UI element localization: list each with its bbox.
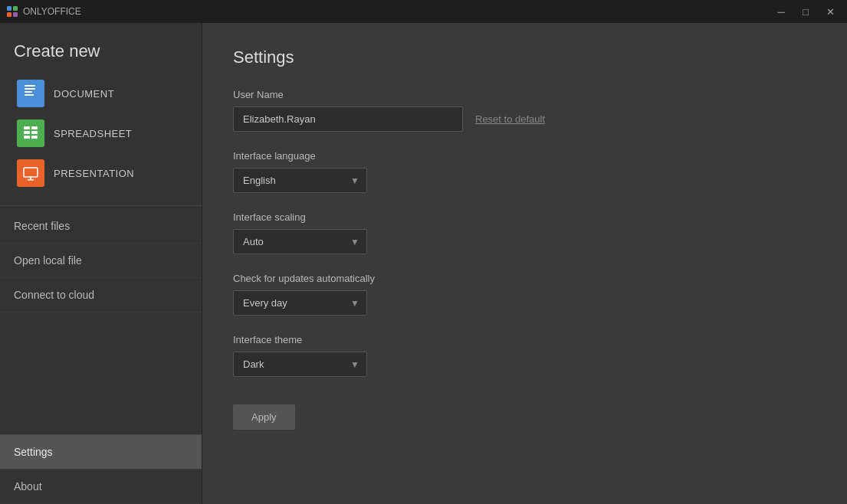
sidebar-item-about[interactable]: About [0, 470, 202, 504]
svg-rect-14 [24, 168, 38, 177]
svg-rect-5 [25, 88, 35, 90]
interface-scaling-select-wrapper: Auto 75% 100% 125% 150% 175% 200% ▼ [233, 229, 367, 254]
interface-language-label: Interface language [233, 150, 816, 162]
svg-rect-11 [31, 131, 38, 134]
spreadsheet-label: SPREADSHEET [54, 128, 132, 139]
interface-language-select-wrapper: English French German Spanish Russian ▼ [233, 168, 367, 193]
spreadsheet-icon [17, 119, 44, 147]
maximize-button[interactable]: □ [795, 3, 816, 20]
sidebar-item-settings[interactable]: Settings [0, 435, 202, 470]
svg-rect-10 [24, 131, 30, 134]
main-content: Settings User Name Reset to default Inte… [202, 23, 847, 504]
sidebar-item-recent-files[interactable]: Recent files [0, 209, 202, 244]
interface-scaling-group: Interface scaling Auto 75% 100% 125% 150… [233, 211, 816, 254]
svg-rect-15 [30, 177, 31, 179]
document-label: DOCUMENT [54, 88, 114, 100]
presentation-label: PRESENTATION [54, 168, 134, 179]
user-name-input[interactable] [233, 106, 463, 132]
apply-button[interactable]: Apply [233, 404, 295, 430]
sidebar-create-section: Create new DOCUMENT [0, 23, 202, 202]
settings-title: Settings [233, 47, 816, 67]
check-updates-label: Check for updates automatically [233, 273, 816, 284]
interface-theme-label: Interface theme [233, 334, 816, 345]
new-spreadsheet-item[interactable]: SPREADSHEET [14, 113, 188, 153]
svg-rect-8 [24, 126, 30, 129]
app-container: Create new DOCUMENT [0, 23, 847, 504]
sidebar-bottom: Settings About [0, 434, 202, 504]
sidebar-item-connect-to-cloud[interactable]: Connect to cloud [0, 278, 202, 313]
minimize-button[interactable]: ─ [770, 3, 792, 20]
titlebar-controls: ─ □ ✕ [770, 3, 841, 20]
new-presentation-item[interactable]: PRESENTATION [14, 153, 188, 193]
sidebar: Create new DOCUMENT [0, 23, 202, 504]
svg-rect-9 [31, 126, 38, 129]
interface-language-select[interactable]: English French German Spanish Russian [233, 168, 367, 193]
titlebar-title: ONLYOFFICE [23, 6, 81, 17]
svg-rect-3 [13, 12, 18, 17]
interface-theme-select[interactable]: Dark Light System default [233, 352, 367, 377]
interface-scaling-label: Interface scaling [233, 211, 816, 223]
svg-rect-12 [24, 136, 30, 139]
create-new-title: Create new [14, 41, 188, 61]
svg-rect-6 [25, 91, 32, 93]
user-name-label: User Name [233, 89, 816, 100]
presentation-icon [17, 159, 44, 187]
check-updates-select[interactable]: Every day Every week Every month Never [233, 290, 367, 316]
close-button[interactable]: ✕ [819, 3, 841, 20]
sidebar-spacer [0, 313, 202, 434]
app-logo [6, 5, 18, 18]
interface-language-group: Interface language English French German… [233, 150, 816, 193]
svg-rect-7 [25, 94, 34, 96]
check-updates-select-wrapper: Every day Every week Every month Never ▼ [233, 290, 367, 316]
sidebar-item-open-local-file[interactable]: Open local file [0, 244, 202, 278]
interface-theme-select-wrapper: Dark Light System default ▼ [233, 352, 367, 377]
user-name-group: User Name Reset to default [233, 89, 816, 132]
user-name-row: Reset to default [233, 106, 816, 132]
svg-rect-4 [25, 85, 35, 87]
check-updates-group: Check for updates automatically Every da… [233, 273, 816, 316]
svg-rect-2 [7, 12, 11, 17]
new-document-item[interactable]: DOCUMENT [14, 74, 188, 113]
document-icon [17, 80, 44, 107]
svg-rect-16 [28, 179, 34, 181]
svg-rect-1 [13, 6, 18, 11]
svg-rect-0 [7, 6, 11, 11]
titlebar-left: ONLYOFFICE [6, 5, 81, 18]
interface-theme-group: Interface theme Dark Light System defaul… [233, 334, 816, 377]
interface-scaling-select[interactable]: Auto 75% 100% 125% 150% 175% 200% [233, 229, 367, 254]
sidebar-divider-1 [0, 205, 202, 206]
svg-rect-13 [31, 136, 38, 139]
titlebar: ONLYOFFICE ─ □ ✕ [0, 0, 847, 23]
reset-to-default-link[interactable]: Reset to default [475, 113, 545, 125]
